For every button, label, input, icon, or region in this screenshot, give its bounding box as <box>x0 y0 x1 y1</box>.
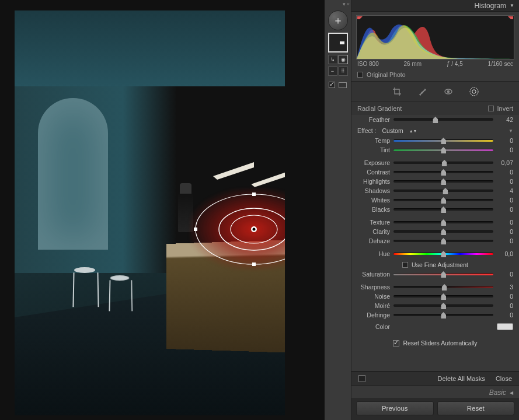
strip-collapse-icon[interactable]: « <box>347 1 350 7</box>
dehaze-slider[interactable]: Dehaze0 <box>351 236 519 246</box>
photo-preview[interactable] <box>15 10 285 415</box>
defringe-label: Defringe <box>357 312 390 318</box>
texture-slider[interactable]: Texture0 <box>351 218 519 227</box>
crop-tool-icon[interactable] <box>392 86 402 97</box>
photo-canvas[interactable] <box>0 0 325 420</box>
dropdown-caret-icon[interactable]: ▲▼ <box>409 129 417 133</box>
saturation-label: Saturation <box>357 271 390 278</box>
strip-handle-icon[interactable]: ▾ <box>343 1 346 7</box>
original-photo-checkbox[interactable] <box>357 72 363 78</box>
chevron-down-icon[interactable]: ▼ <box>510 3 514 8</box>
clarity-value: 0 <box>497 228 513 235</box>
noise-slider[interactable]: Noise0 <box>351 292 519 301</box>
saturation-slider[interactable]: Saturation0 <box>351 270 519 279</box>
aperture-value: ƒ / 4,5 <box>447 61 463 67</box>
highlights-slider[interactable]: Highlights0 <box>351 177 519 186</box>
masking-tool-icon[interactable] <box>469 86 479 97</box>
mask-mode-arrow-button[interactable]: ↳ <box>328 55 337 64</box>
shadows-label: Shadows <box>357 187 390 194</box>
mask-dots-button[interactable]: ⠿ <box>339 66 348 76</box>
add-mask-button[interactable]: ＋ <box>328 10 348 30</box>
moire-slider[interactable]: Moiré0 <box>351 301 519 310</box>
blacks-label: Blacks <box>357 206 390 213</box>
moire-label: Moiré <box>357 302 390 309</box>
exposure-value: 0,07 <box>497 159 513 166</box>
invert-label: Invert <box>497 105 513 112</box>
histogram-header[interactable]: Histogram ▼ <box>351 0 519 12</box>
sharpness-slider[interactable]: Sharpness3 <box>351 282 519 292</box>
mask-thumbnail[interactable] <box>328 33 348 52</box>
sharpness-value: 3 <box>497 284 513 290</box>
effect-dropdown[interactable]: Custom <box>382 127 403 134</box>
adjustments-scroll[interactable]: Feather 42 Effect : Custom ▲▼ ▼ Temp0Tin… <box>351 115 519 371</box>
contrast-slider[interactable]: Contrast0 <box>351 167 519 177</box>
develop-panel: Histogram ▼ ISO 800 26 mm ƒ / 4,5 1/160 … <box>351 0 519 420</box>
fine-adjustment-label: Use Fine Adjustment <box>412 261 468 268</box>
effect-disclosure-icon[interactable]: ▼ <box>508 128 513 134</box>
auto-reset-checkbox[interactable] <box>393 340 399 346</box>
histogram[interactable] <box>356 15 514 60</box>
close-panel-link[interactable]: Close <box>496 375 512 382</box>
delete-all-masks-link[interactable]: Delete All Masks <box>438 375 485 382</box>
auto-reset-label: Reset Sliders Automatically <box>403 340 477 346</box>
highlight-clip-icon[interactable] <box>508 16 513 22</box>
basic-label: Basic <box>489 388 506 397</box>
exposure-info: ISO 800 26 mm ƒ / 4,5 1/160 sec <box>351 60 519 69</box>
effect-row: Effect : Custom ▲▼ ▼ <box>351 124 519 136</box>
blacks-slider[interactable]: Blacks0 <box>351 205 519 214</box>
feather-label: Feather <box>357 116 390 123</box>
mask-overlay-icon[interactable] <box>339 82 347 88</box>
previous-button[interactable]: Previous <box>356 401 434 415</box>
svg-point-12 <box>472 90 475 93</box>
exposure-slider[interactable]: Exposure0,07 <box>351 158 519 167</box>
feather-slider[interactable]: Feather 42 <box>351 115 519 124</box>
gradient-title: Radial Gradient <box>357 105 402 112</box>
shadows-slider[interactable]: Shadows4 <box>351 186 519 195</box>
temp-value: 0 <box>497 137 513 144</box>
whites-value: 0 <box>497 197 513 204</box>
color-label: Color <box>357 323 390 330</box>
texture-label: Texture <box>357 219 390 226</box>
original-photo-label: Original Photo <box>367 71 406 78</box>
contrast-value: 0 <box>497 169 513 176</box>
moire-value: 0 <box>497 302 513 309</box>
effect-label: Effect : <box>357 127 377 134</box>
histogram-label: Histogram <box>474 2 506 10</box>
defringe-slider[interactable]: Defringe0 <box>351 310 519 320</box>
defringe-value: 0 <box>497 312 513 318</box>
exposure-label: Exposure <box>357 159 390 166</box>
shadow-clip-icon[interactable] <box>357 16 363 22</box>
temp-slider[interactable]: Temp0 <box>351 136 519 145</box>
gradient-header: Radial Gradient Invert <box>351 102 519 115</box>
focal-value: 26 mm <box>404 61 422 67</box>
contrast-label: Contrast <box>357 169 390 176</box>
local-adjustment-tabs <box>351 82 519 102</box>
redeye-tool-icon[interactable] <box>443 86 454 97</box>
dehaze-value: 0 <box>497 237 513 244</box>
color-swatch[interactable] <box>497 323 513 330</box>
svg-point-11 <box>470 88 478 96</box>
mask-mode-dot-button[interactable]: ◉ <box>339 55 348 64</box>
shadows-value: 4 <box>497 187 513 194</box>
chevron-left-icon[interactable]: ◀ <box>510 390 513 396</box>
spot-tool-icon[interactable] <box>417 86 428 97</box>
tint-slider[interactable]: Tint0 <box>351 145 519 155</box>
temp-label: Temp <box>357 137 390 144</box>
invert-checkbox[interactable] <box>488 106 494 111</box>
noise-label: Noise <box>357 293 390 300</box>
basic-panel-header[interactable]: Basic ◀ <box>351 386 519 398</box>
whites-slider[interactable]: Whites0 <box>351 195 519 205</box>
mask-tool-strip: ▾ « ＋ ↳ ◉ − ⠿ <box>325 0 351 420</box>
tint-value: 0 <box>497 146 513 153</box>
mask-visibility-checkbox[interactable] <box>329 82 335 88</box>
tint-label: Tint <box>357 146 390 153</box>
clarity-slider[interactable]: Clarity0 <box>351 227 519 236</box>
mask-switch-icon[interactable] <box>358 375 365 382</box>
fine-adjustment-checkbox[interactable] <box>402 262 408 268</box>
hue-slider[interactable]: Hue0,0 <box>351 249 519 258</box>
sharpness-label: Sharpness <box>357 284 390 290</box>
hue-value: 0,0 <box>497 250 513 257</box>
noise-value: 0 <box>497 293 513 300</box>
mask-minus-button[interactable]: − <box>328 66 337 76</box>
reset-button[interactable]: Reset <box>437 401 515 415</box>
